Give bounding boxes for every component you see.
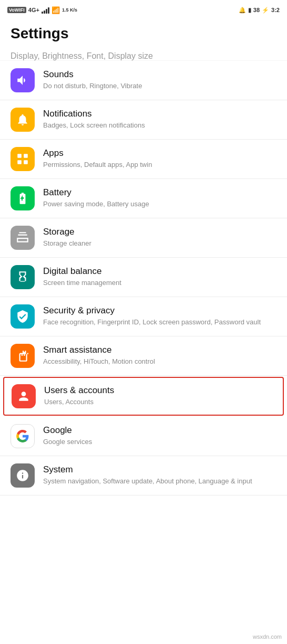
settings-item-digital-balance[interactable]: Digital balance Screen time management (0, 258, 287, 297)
google-title: Google (43, 425, 276, 436)
network-type: 4G+ (28, 7, 39, 13)
battery-title: Battery (43, 187, 276, 198)
security-text: Security & privacy Face recognition, Fin… (43, 305, 276, 327)
signal-bars (42, 6, 49, 14)
sounds-subtitle: Do not disturb, Ringtone, Vibrate (43, 81, 276, 91)
settings-item-google[interactable]: Google Google services (0, 417, 287, 456)
wifi-icon: 📶 (52, 6, 60, 14)
digital-balance-text: Digital balance Screen time management (43, 266, 276, 288)
battery-icon-container (11, 186, 35, 210)
smart-assistance-subtitle: Accessibility, HiTouch, Motion control (43, 357, 276, 366)
system-title: System (43, 464, 276, 475)
notifications-icon-container (11, 108, 35, 132)
sounds-icon-container (11, 68, 35, 92)
storage-subtitle: Storage cleaner (43, 239, 276, 248)
status-bar: VoWIFI 4G+ 📶 1.5 K/s 🔔 ▮ 38 ⚡ 3:2 (0, 0, 287, 19)
battery-level: 38 (253, 7, 260, 13)
watermark: wsxdn.com (253, 634, 282, 640)
status-left: VoWIFI 4G+ 📶 1.5 K/s (7, 6, 77, 14)
storage-title: Storage (43, 227, 276, 237)
svg-rect-2 (17, 160, 22, 164)
vibrate-icon: 🔔 (239, 7, 246, 14)
settings-item-storage[interactable]: Storage Storage cleaner (0, 218, 287, 258)
users-accounts-subtitle: Users, Accounts (44, 397, 275, 407)
google-subtitle: Google services (43, 437, 276, 447)
digital-balance-title: Digital balance (43, 266, 276, 277)
smart-assistance-icon-container (11, 344, 35, 368)
system-icon-container (11, 463, 35, 488)
partial-display-item: Display, Brightness, Font, Display size (0, 46, 287, 61)
svg-rect-0 (17, 154, 22, 158)
settings-item-users-accounts[interactable]: Users & accounts Users, Accounts (3, 377, 284, 416)
smart-assistance-text: Smart assistance Accessibility, HiTouch,… (43, 345, 276, 366)
apps-title: Apps (43, 148, 276, 159)
storage-icon-container (11, 226, 35, 250)
digital-balance-subtitle: Screen time management (43, 278, 276, 288)
sounds-text: Sounds Do not disturb, Ringtone, Vibrate (43, 69, 276, 91)
status-right: 🔔 ▮ 38 ⚡ 3:2 (239, 7, 280, 14)
settings-item-system[interactable]: System System navigation, Software updat… (0, 456, 287, 495)
security-title: Security & privacy (43, 305, 276, 316)
digital-balance-icon-container (11, 265, 35, 289)
time-display: 3:2 (271, 7, 280, 13)
notifications-title: Notifications (43, 109, 276, 119)
battery-subtitle: Power saving mode, Battery usage (43, 199, 276, 209)
notifications-subtitle: Badges, Lock screen notifications (43, 121, 276, 130)
speed-indicator: 1.5 K/s (62, 7, 77, 13)
google-text: Google Google services (43, 425, 276, 447)
apps-text: Apps Permissions, Default apps, App twin (43, 148, 276, 170)
settings-item-security[interactable]: Security & privacy Face recognition, Fin… (0, 297, 287, 336)
security-icon-container (11, 304, 35, 329)
apps-subtitle: Permissions, Default apps, App twin (43, 160, 276, 170)
settings-item-battery[interactable]: Battery Power saving mode, Battery usage (0, 179, 287, 218)
vowifi-indicator: VoWIFI (7, 7, 26, 13)
system-subtitle: System navigation, Software update, Abou… (43, 477, 276, 486)
storage-text: Storage Storage cleaner (43, 227, 276, 248)
battery-icon: ▮ (248, 7, 251, 14)
svg-rect-3 (24, 160, 28, 164)
users-accounts-icon-container (12, 384, 36, 408)
notifications-text: Notifications Badges, Lock screen notifi… (43, 109, 276, 130)
users-accounts-title: Users & accounts (44, 385, 275, 396)
charging-icon: ⚡ (262, 7, 269, 14)
system-text: System System navigation, Software updat… (43, 464, 276, 486)
settings-list: Sounds Do not disturb, Ringtone, Vibrate… (0, 61, 287, 495)
settings-item-smart-assistance[interactable]: Smart assistance Accessibility, HiTouch,… (0, 336, 287, 376)
settings-item-apps[interactable]: Apps Permissions, Default apps, App twin (0, 140, 287, 179)
settings-item-sounds[interactable]: Sounds Do not disturb, Ringtone, Vibrate (0, 61, 287, 100)
settings-item-notifications[interactable]: Notifications Badges, Lock screen notifi… (0, 100, 287, 140)
page-title-bar: Settings (0, 19, 287, 46)
battery-text: Battery Power saving mode, Battery usage (43, 187, 276, 209)
smart-assistance-title: Smart assistance (43, 345, 276, 355)
page-title: Settings (11, 25, 276, 42)
security-subtitle: Face recognition, Fingerprint ID, Lock s… (43, 318, 276, 327)
apps-icon-container (11, 147, 35, 171)
users-accounts-text: Users & accounts Users, Accounts (44, 385, 275, 407)
svg-rect-1 (24, 154, 28, 158)
google-icon-container (11, 424, 35, 448)
sounds-title: Sounds (43, 69, 276, 80)
